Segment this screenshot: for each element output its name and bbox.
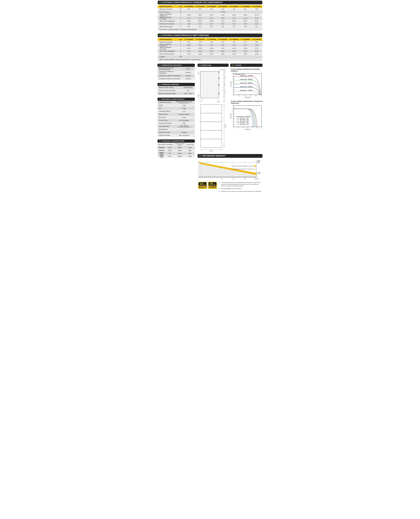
kv-row: Junction Box IP RatingIP68 <box>158 122 195 125</box>
check-circle-icon <box>199 155 201 157</box>
value-cell: 45.10 <box>206 50 217 52</box>
value-cell: 10.93 <box>228 53 240 55</box>
badge-number: 12 <box>200 182 203 186</box>
kv-row: Encapsulant MaterialEVA <box>158 110 195 113</box>
value-cell: 19.9 <box>240 26 251 27</box>
dim-frame-17: 17 <box>200 101 202 102</box>
svg-text:Incident Irrad. = 800 W/m²: Incident Irrad. = 800 W/m² <box>240 79 253 80</box>
kv-label: Bending Radius <box>158 128 173 130</box>
value-cell: 13.31 <box>228 23 240 25</box>
row-label: Short Circuit Current(Isc) <box>158 53 178 55</box>
kv-row: Nominal Module Operating Temperature(NMO… <box>158 67 195 71</box>
badge-yrs: Yrs <box>213 183 216 185</box>
svg-text:6: 6 <box>233 118 233 120</box>
value-cell: 19.3 <box>206 26 217 27</box>
kv-value: -40℃ ~ +85℃ <box>181 93 195 95</box>
check-circle-icon <box>159 34 161 37</box>
kv-label: Encapsulant Material <box>158 110 173 113</box>
svg-text:6: 6 <box>233 86 233 87</box>
spec: 13m <box>165 153 174 154</box>
kv-value: P-Type <box>173 107 195 109</box>
qty-pallet: 28pcs <box>186 147 195 148</box>
qty-container: 840pcs <box>174 156 186 157</box>
svg-text:Incident Irrad. = 1000 W/m²: Incident Irrad. = 1000 W/m² <box>240 75 253 76</box>
svg-text:15: 15 <box>232 178 234 179</box>
value-cell: 44.90 <box>195 50 206 52</box>
dim-height-2248: 2248±2 <box>225 124 226 128</box>
value-cell: 10.70 <box>251 47 262 49</box>
section-header-nmot: ELECTRICAL CHARACTERISTICS AT NMOT CONDI… <box>158 34 262 37</box>
value-cell: 13.17 <box>206 23 217 25</box>
svg-text:0: 0 <box>233 127 234 128</box>
section-header-tempco: TEMPERATURE COEFFICIENT <box>158 64 195 67</box>
section-title: OPERATING CONDITIONS <box>162 84 179 85</box>
value-cell: 393 <box>217 41 228 43</box>
kv-row: CellP-Type <box>158 107 195 110</box>
kv-value: -0.26%/℃ <box>181 75 195 77</box>
kv-value: 2248mmx1187mmx27.5mm(without junction bo… <box>173 101 195 104</box>
section-header-module-size: MODULE SIZE <box>198 64 229 67</box>
col-header: YY1-72H535PC <box>251 39 262 40</box>
kv-label: Maximum Series Fuse Rating <box>158 90 181 92</box>
svg-text:30: 30 <box>247 127 248 128</box>
svg-text:Cells temp. = 70°C: Cells temp. = 70°C <box>240 124 249 125</box>
value-cell: 10.89 <box>217 53 228 55</box>
iv-chart-irradiance: 010203040500246810121416Voltage [V]Curre… <box>230 73 262 98</box>
svg-text:2: 2 <box>233 92 233 93</box>
kv-value: 4mm², 400mmOr customized by customers <box>173 125 195 128</box>
packaging-table: Transport Mode Specification Qty per Con… <box>158 143 195 158</box>
transport-mode: Container <box>158 147 165 148</box>
table-row: Optimum Operating Current(Im)A12.0712.15… <box>158 16 262 20</box>
left-column: TEMPERATURE COEFFICIENT Nominal Module O… <box>158 64 195 160</box>
table-row: Maximum Power(Pm)W505510515520525530535 <box>158 8 262 11</box>
note-text: ≥84.8% by year 25, based on the minimum … <box>221 190 262 192</box>
stc-table-body: Maximum Power(Pm)W505510515520525530535 … <box>158 8 262 28</box>
value-cell: 44.70 <box>183 50 195 52</box>
section-title: I-V CURVE <box>234 64 241 66</box>
table-row: Open Circuit Voltage(Voc)V49.6049.8050.0… <box>158 20 262 23</box>
col-header: YY1-72H525PC <box>228 39 240 40</box>
col-header: UnIt <box>178 39 183 40</box>
unit-cell: W <box>178 8 183 10</box>
qty-container: 280pcs <box>174 150 186 151</box>
table-row: Container40'HQ280pcs28pcs <box>158 149 195 152</box>
dim-top-right: 50.5±2 <box>222 69 225 70</box>
check-circle-icon <box>159 1 161 4</box>
svg-text:50: 50 <box>256 127 257 128</box>
module-and-iv-row: MODULE SIZE <box>198 64 262 152</box>
kv-row: Power per Unit Area189.7~201.0W/m² <box>158 134 195 137</box>
kv-value: / <box>173 128 195 130</box>
row-label: Open Circuit Voltage(Voc) <box>158 20 178 22</box>
col-header: YY1-72H505PC <box>183 6 195 7</box>
junction-mark <box>218 72 219 73</box>
quality-badge: 12Yrs QUALITY <box>198 181 207 189</box>
value-cell: 10.31 <box>183 47 195 49</box>
warranty-chart: 100%98%84.8%1510152025YearsPolyshine Sol… <box>198 159 262 180</box>
col-header: YY1-72H510PC <box>195 6 206 7</box>
kv-row: Temperature Coefficient of Current(Isc)0… <box>158 77 195 80</box>
svg-text:Incident Irrad. = 1000 W/m²: Incident Irrad. = 1000 W/m² <box>236 116 251 117</box>
value-cell: 41.89 <box>183 14 195 16</box>
value-cell: 45.70 <box>240 50 251 52</box>
value-cell: 12.07 <box>183 17 195 19</box>
svg-text:Cells temp. = 25°C: Cells temp. = 25°C <box>234 74 244 75</box>
warranty-note: ※Annual degradation ≤0.55% thereafter; <box>219 188 262 189</box>
kv-value: -0.36%/℃ <box>181 72 195 74</box>
kv-label: Temperature Coefficient of Voltage(Voc) <box>158 75 181 77</box>
col-header: Specification/Model <box>158 6 178 7</box>
qty-pallet: 28pcs <box>186 153 195 154</box>
module-rear-drawing: 2248±2 1187±2 <box>198 103 229 152</box>
tempco-rows: Nominal Module Operating Temperature(NMO… <box>158 67 195 80</box>
kv-row: Maximum Series Fuse Rating20A <box>158 89 195 92</box>
unit-cell: A <box>178 47 183 49</box>
value-cell: 10.81 <box>195 53 206 55</box>
svg-text:4: 4 <box>233 89 233 90</box>
svg-text:40: 40 <box>255 95 256 96</box>
connector-box <box>219 93 219 94</box>
value-cell: 10.96 <box>240 53 251 55</box>
section-warranty: PERFORMANCE WARRANTY 100%98%84.8%1510152… <box>198 154 262 193</box>
value-cell: 19.0 <box>183 26 195 27</box>
kv-row: Temperature Coefficient of Voltage(Voc)-… <box>158 74 195 77</box>
iv-chart1-title: Current-voltage characteristics at varyi… <box>231 68 262 72</box>
spec: 20'GP <box>165 147 174 148</box>
